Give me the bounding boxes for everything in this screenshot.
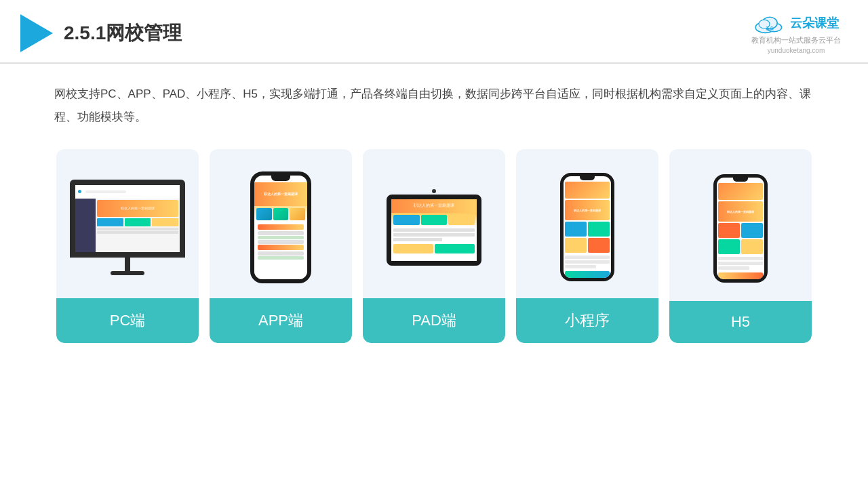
brand-url: yunduoketang.com	[768, 47, 825, 54]
card-miniapp: 职达人的第一堂刷题课	[516, 149, 658, 343]
platform-cards-container: 职达人的第一堂刷题课	[0, 136, 868, 357]
brand-subtitle: 教育机构一站式服务云平台	[751, 35, 841, 45]
card-app: 职达人的第一堂刷题课	[210, 149, 352, 343]
card-miniapp-image: 职达人的第一堂刷题课	[516, 149, 658, 298]
card-pad-label: PAD端	[363, 298, 505, 343]
h5-phone-icon: 职达人的第一堂刷题课	[713, 174, 768, 283]
svg-text:云朵: 云朵	[766, 26, 774, 30]
page-header: 2.5.1网校管理 云朵 云朵课堂 教育机构一站式服务云平台 yunduoket…	[0, 0, 868, 64]
card-pad-image: 职达人的第一堂刷题课	[363, 149, 505, 298]
card-h5-label: H5	[669, 301, 812, 343]
card-pc-label: PC端	[56, 298, 199, 343]
pc-monitor-icon: 职达人的第一堂刷题课	[70, 180, 185, 275]
description-text: 网校支持PC、APP、PAD、小程序、H5，实现多端打通，产品各终端自由切换，数…	[0, 64, 868, 136]
miniapp-phone-icon: 职达人的第一堂刷题课	[560, 173, 614, 281]
cloud-icon: 云朵	[753, 12, 786, 34]
page-title: 2.5.1网校管理	[64, 20, 182, 46]
header-left: 2.5.1网校管理	[20, 14, 182, 52]
brand-logo-area: 云朵 云朵课堂 教育机构一站式服务云平台 yunduoketang.com	[751, 12, 841, 54]
card-pad: 职达人的第一堂刷题课	[363, 149, 505, 343]
card-pc: 职达人的第一堂刷题课	[56, 149, 199, 343]
card-app-label: APP端	[210, 298, 352, 343]
logo-triangle-icon	[20, 14, 53, 52]
card-miniapp-label: 小程序	[516, 298, 658, 343]
app-phone-icon: 职达人的第一堂刷题课	[250, 171, 311, 283]
brand-name-text: 云朵课堂	[790, 15, 839, 31]
card-pc-image: 职达人的第一堂刷题课	[56, 149, 199, 298]
card-h5: 职达人的第一堂刷题课	[669, 149, 812, 343]
brand-logo: 云朵 云朵课堂	[753, 12, 839, 34]
card-app-image: 职达人的第一堂刷题课	[210, 149, 352, 298]
card-h5-image: 职达人的第一堂刷题课	[669, 149, 812, 301]
pad-tablet-icon: 职达人的第一堂刷题课	[387, 189, 481, 266]
